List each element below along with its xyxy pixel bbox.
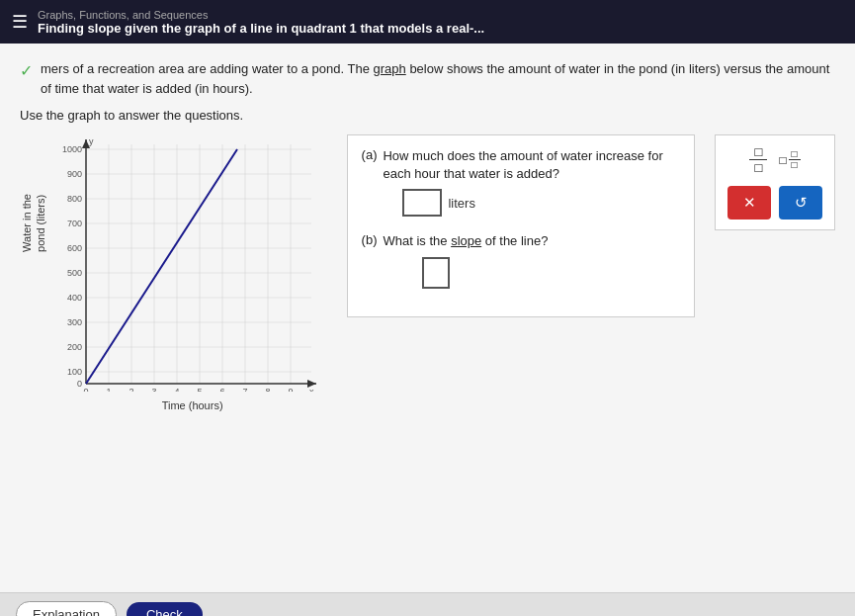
top-bar-content: Graphs, Functions, and Sequences Finding…: [38, 9, 484, 36]
questions-panel: (a) How much does the amount of water in…: [347, 134, 695, 317]
svg-text:600: 600: [67, 243, 82, 253]
check-button[interactable]: Check: [127, 602, 203, 616]
mixed-number-button[interactable]: □ □ □: [779, 149, 800, 170]
qb-label: (b): [362, 232, 378, 247]
svg-text:0: 0: [77, 379, 82, 389]
use-graph-text: Use the graph to answer the questions.: [20, 108, 835, 123]
svg-text:800: 800: [67, 194, 82, 204]
qa-text: How much does the amount of water increa…: [383, 147, 680, 183]
graph-svg: 1000 900 800 700 600 500 400 300 200 100…: [54, 134, 331, 392]
mixed-den: □: [792, 160, 798, 170]
svg-text:4: 4: [174, 387, 179, 392]
svg-text:x: x: [309, 387, 314, 392]
clear-button[interactable]: ✕: [727, 186, 771, 220]
svg-text:0: 0: [83, 387, 88, 392]
svg-text:2: 2: [128, 387, 133, 392]
svg-text:6: 6: [219, 387, 224, 392]
undo-button[interactable]: ↺: [779, 186, 822, 220]
qa-unit: liters: [448, 196, 474, 211]
qa-answer-input[interactable]: [402, 189, 442, 217]
mixed-num: □: [792, 149, 798, 159]
y-axis-label: Water in the pond (liters): [20, 194, 48, 252]
fraction-button[interactable]: □ □: [749, 145, 767, 174]
svg-text:100: 100: [67, 367, 82, 377]
action-buttons-row: ✕ ↺: [727, 186, 822, 220]
svg-text:7: 7: [242, 387, 247, 392]
math-panel: □ □ □ □ □: [715, 134, 835, 230]
svg-text:500: 500: [67, 268, 82, 278]
qb-text: What is the slope of the line?: [383, 232, 548, 250]
bottom-bar: Explanation Check: [0, 592, 855, 616]
svg-text:y: y: [89, 136, 94, 146]
explanation-button[interactable]: Explanation: [16, 601, 117, 616]
check-icon: ✓: [20, 61, 33, 80]
x-axis-label: Time (hours): [54, 399, 331, 411]
qb-content: What is the slope of the line?: [383, 232, 548, 292]
svg-text:700: 700: [67, 219, 82, 228]
main-content: ✓ mers of a recreation area are adding w…: [0, 44, 855, 592]
graph-svg-wrapper: 1000 900 800 700 600 500 400 300 200 100…: [54, 134, 331, 411]
clear-icon: ✕: [743, 194, 756, 212]
svg-text:5: 5: [197, 387, 202, 392]
graph-link[interactable]: graph: [374, 61, 406, 76]
top-bar-title: Finding slope given the graph of a line …: [38, 21, 484, 36]
problem-header: ✓ mers of a recreation area are adding w…: [20, 59, 835, 98]
svg-text:900: 900: [67, 169, 82, 179]
top-bar-subtitle: Graphs, Functions, and Sequences: [38, 9, 484, 21]
question-a-row: (a) How much does the amount of water in…: [362, 147, 680, 220]
svg-text:300: 300: [67, 317, 82, 327]
svg-text:1: 1: [106, 387, 111, 392]
qa-content: How much does the amount of water increa…: [383, 147, 680, 220]
mixed-whole: □: [779, 153, 786, 167]
slope-link[interactable]: slope: [451, 233, 481, 248]
fraction-numerator: □: [754, 145, 762, 158]
fraction-denominator: □: [754, 161, 762, 174]
svg-text:9: 9: [288, 387, 293, 392]
svg-text:1000: 1000: [62, 144, 82, 154]
svg-text:400: 400: [67, 293, 82, 303]
qb-answer-input[interactable]: [422, 257, 450, 289]
questions-area: (a) How much does the amount of water in…: [347, 134, 835, 317]
qa-label: (a): [362, 147, 378, 162]
svg-text:8: 8: [265, 387, 270, 392]
svg-text:200: 200: [67, 342, 82, 352]
menu-icon[interactable]: ☰: [12, 11, 28, 33]
qa-answer-row: liters: [402, 189, 680, 217]
mixed-fraction: □ □: [789, 149, 801, 170]
question-b-row: (b) What is the slope of the line?: [362, 232, 680, 292]
undo-icon: ↺: [795, 194, 808, 212]
top-bar: ☰ Graphs, Functions, and Sequences Findi…: [0, 0, 855, 44]
problem-text-part1: mers of a recreation area are adding wat…: [41, 61, 374, 76]
problem-statement: mers of a recreation area are adding wat…: [41, 59, 835, 98]
svg-text:3: 3: [151, 387, 156, 392]
qb-answer-row: [402, 257, 548, 289]
graph-container: Water in the pond (liters) 1000 900 800 …: [20, 134, 331, 411]
math-top-row: □ □ □ □ □: [749, 145, 800, 174]
